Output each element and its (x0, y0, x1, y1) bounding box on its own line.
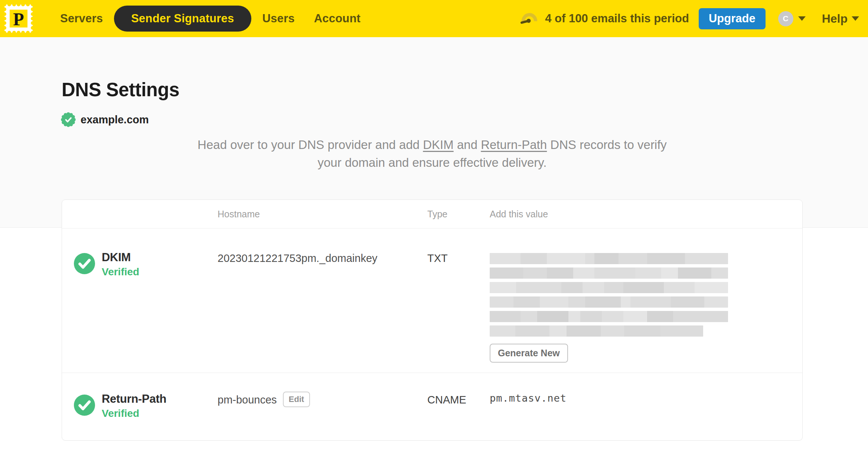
edit-button[interactable]: Edit (283, 392, 310, 407)
usage-gauge-icon (521, 12, 538, 25)
table-row-dkim: DKIM Verified 20230121221753pm._domainke… (62, 228, 802, 373)
dns-value-redacted-line (490, 282, 728, 293)
return-path-link[interactable]: Return-Path (481, 138, 547, 152)
instructions-text: and (454, 138, 481, 152)
generate-new-button[interactable]: Generate New (490, 344, 568, 363)
dns-value-redacted-line (490, 253, 728, 264)
dns-value-redacted-line (490, 296, 728, 308)
page-title: DNS Settings (62, 79, 179, 101)
record-name: Return-Path (102, 392, 166, 406)
top-navbar: P Servers Sender Signatures Users Accoun… (0, 0, 868, 37)
nav-item-account[interactable]: Account (306, 6, 369, 31)
chevron-down-icon (798, 16, 806, 21)
upgrade-button[interactable]: Upgrade (699, 8, 766, 29)
dns-value-redacted-line (490, 267, 728, 279)
avatar[interactable]: C (778, 11, 793, 26)
dns-instructions: Head over to your DNS provider and add D… (191, 136, 673, 172)
table-row-return-path: Return-Path Verified pm-bounces Edit CNA… (62, 373, 802, 441)
table-header-row: Hostname Type Add this value (62, 200, 802, 228)
record-type: CNAME (427, 373, 490, 441)
column-header-value: Add this value (490, 209, 802, 220)
verified-check-icon (74, 253, 95, 274)
chevron-down-icon (852, 16, 859, 21)
help-menu[interactable]: Help (822, 12, 859, 26)
dns-value-redacted-line (490, 325, 703, 337)
verified-seal-icon (61, 112, 76, 127)
domain-name: example.com (81, 114, 149, 126)
svg-text:P: P (13, 9, 24, 29)
usage-text: 4 of 100 emails this period (545, 12, 689, 25)
record-status: Verified (102, 266, 139, 278)
column-header-type: Type (427, 209, 490, 220)
verified-check-icon (74, 395, 95, 416)
column-header-hostname: Hostname (218, 209, 427, 220)
account-menu[interactable]: C (778, 11, 806, 26)
nav-item-users[interactable]: Users (254, 6, 303, 31)
nav-item-servers[interactable]: Servers (52, 6, 111, 31)
record-hostname: pm-bounces (218, 394, 277, 406)
postmark-logo-icon[interactable]: P (4, 4, 33, 33)
record-hostname: 20230121221753pm._domainkey (218, 228, 427, 373)
verified-domain: example.com (61, 112, 149, 127)
instructions-text: Head over to your DNS provider and add (198, 138, 423, 152)
record-value: pm.mtasv.net (490, 373, 802, 441)
nav-item-sender-signatures[interactable]: Sender Signatures (114, 6, 251, 32)
help-label: Help (822, 12, 848, 26)
dkim-link[interactable]: DKIM (423, 138, 454, 152)
record-type: TXT (427, 228, 490, 373)
dns-records-card: Hostname Type Add this value DKIM Verifi… (62, 200, 803, 441)
record-name: DKIM (102, 251, 139, 264)
record-status: Verified (102, 408, 166, 419)
dns-value-redacted-line (490, 311, 728, 322)
